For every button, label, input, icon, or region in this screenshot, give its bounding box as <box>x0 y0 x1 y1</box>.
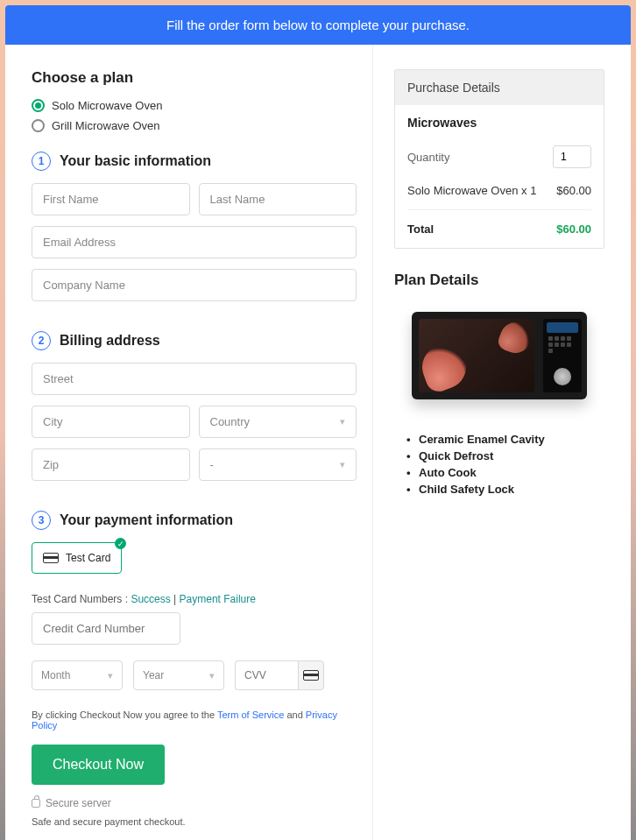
feature-item: Child Safety Lock <box>419 483 604 496</box>
plan-option-solo[interactable]: Solo Microwave Oven <box>32 99 357 112</box>
cvv-input[interactable] <box>235 660 298 690</box>
right-column: Purchase Details Microwaves Quantity Sol… <box>373 45 631 840</box>
chevron-down-icon: ▾ <box>340 416 345 427</box>
plan-option-grill[interactable]: Grill Microwave Oven <box>32 119 357 132</box>
country-select[interactable]: Country ▾ <box>199 406 357 438</box>
total-label: Total <box>407 222 434 236</box>
step-number-icon: 1 <box>32 152 51 171</box>
safe-checkout-line: Safe and secure payment checkout. <box>32 816 357 827</box>
product-image <box>412 303 587 408</box>
choose-plan-title: Choose a plan <box>32 69 357 87</box>
tos-link[interactable]: Term of Service <box>217 709 284 720</box>
checkout-card: Fill the order form below to complete yo… <box>5 5 631 840</box>
radio-selected-icon <box>32 99 45 112</box>
section-2-header: 2 Billing address <box>32 331 357 350</box>
country-placeholder: Country <box>210 415 251 428</box>
chevron-down-icon: ▾ <box>209 670 215 681</box>
first-name-input[interactable] <box>32 183 190 215</box>
line-item-name: Solo Microwave Oven x 1 <box>407 184 536 197</box>
success-link[interactable]: Success <box>131 593 170 605</box>
test-card-label: Test Card <box>66 552 110 564</box>
email-input[interactable] <box>32 226 357 258</box>
credit-card-input[interactable] <box>32 612 180 645</box>
year-placeholder: Year <box>143 669 164 681</box>
month-select[interactable]: Month ▾ <box>32 660 123 690</box>
secure-server-line: Secure server <box>32 797 357 809</box>
step-number-icon: 2 <box>32 331 51 350</box>
banner: Fill the order form below to complete yo… <box>5 5 631 45</box>
section-3-header: 3 Your payment information <box>32 511 357 530</box>
line-item-price: $60.00 <box>556 184 591 197</box>
total-amount: $60.00 <box>556 222 591 236</box>
features-list: Ceramic Enamel Cavity Quick Defrost Auto… <box>394 433 604 496</box>
checkout-button[interactable]: Checkout Now <box>32 745 165 785</box>
product-title: Microwaves <box>407 116 591 130</box>
test-card-option[interactable]: Test Card ✓ <box>32 542 122 574</box>
body: Choose a plan Solo Microwave Oven Grill … <box>5 45 631 840</box>
purchase-details-header: Purchase Details <box>395 70 604 105</box>
street-input[interactable] <box>32 363 357 395</box>
chevron-down-icon: ▾ <box>340 459 345 470</box>
plan-label: Solo Microwave Oven <box>52 99 162 112</box>
cvv-card-icon <box>298 660 324 690</box>
feature-item: Quick Defrost <box>419 449 604 462</box>
last-name-input[interactable] <box>199 183 357 215</box>
plan-label: Grill Microwave Oven <box>52 119 160 132</box>
state-select[interactable]: - ▾ <box>199 448 357 481</box>
city-input[interactable] <box>32 406 190 438</box>
failure-link[interactable]: Payment Failure <box>180 593 256 605</box>
step-number-icon: 3 <box>32 511 51 530</box>
section-1-title: Your basic information <box>60 153 211 169</box>
year-select[interactable]: Year ▾ <box>133 660 224 690</box>
feature-item: Ceramic Enamel Cavity <box>419 433 604 446</box>
section-2-title: Billing address <box>60 333 160 349</box>
zip-input[interactable] <box>32 448 190 481</box>
check-circle-icon: ✓ <box>115 538 126 549</box>
quantity-label: Quantity <box>407 151 449 164</box>
state-placeholder: - <box>210 458 214 471</box>
quantity-input[interactable] <box>553 145 591 168</box>
test-card-numbers-line: Test Card Numbers : Success | Payment Fa… <box>32 593 357 605</box>
company-input[interactable] <box>32 269 357 301</box>
left-column: Choose a plan Solo Microwave Oven Grill … <box>5 45 373 840</box>
credit-card-icon <box>43 553 59 563</box>
terms-line: By clicking Checkout Now you agree to th… <box>32 709 357 731</box>
radio-unselected-icon <box>32 119 45 132</box>
section-3-title: Your payment information <box>60 512 233 528</box>
chevron-down-icon: ▾ <box>108 670 113 681</box>
section-1-header: 1 Your basic information <box>32 152 357 171</box>
feature-item: Auto Cook <box>419 466 604 479</box>
plan-details-title: Plan Details <box>394 272 604 289</box>
month-placeholder: Month <box>41 669 70 681</box>
lock-icon <box>32 799 40 808</box>
purchase-details-box: Purchase Details Microwaves Quantity Sol… <box>394 69 604 249</box>
